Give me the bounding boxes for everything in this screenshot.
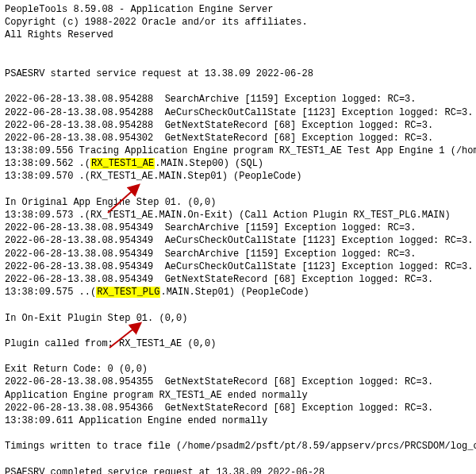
- started-line: PSAESRV started service request at 13.38…: [5, 67, 476, 80]
- log-line: 2022-06-28-13.38.08.954349 SearchArchive…: [5, 222, 476, 234]
- log-line: 2022-06-28-13.38.08.954349 AeCursCheckOu…: [5, 234, 476, 247]
- completed-line: PSAESRV completed service request at 13.…: [5, 466, 476, 474]
- hl2-span: RX_TEST_PLG: [96, 287, 160, 298]
- log-line: 13:38:09.611 Application Engine ended no…: [5, 414, 476, 427]
- log-line: Application Engine program RX_TEST1_AE e…: [5, 389, 476, 402]
- header-copyright: Copyright (c) 1988-2022 Oracle and/or it…: [5, 16, 476, 29]
- hl1-suffix: .MAIN.Step00) (SQL): [155, 158, 263, 169]
- log-line: 13:38:09.556 Tracing Application Engine …: [5, 145, 476, 157]
- log-line: 13:38:09.570 .(RX_TEST1_AE.MAIN.Step01) …: [5, 170, 476, 183]
- log-line: 2022-06-28-13.38.08.954288 AeCursCheckOu…: [5, 106, 476, 119]
- log-line: 2022-06-28-13.38.08.954349 SearchArchive…: [5, 248, 476, 260]
- onexit-line: In On-Exit Plugin Step 01. (0,0): [5, 312, 476, 325]
- log-line: 2022-06-28-13.38.08.954288 GetNextStateR…: [5, 119, 476, 132]
- log-line: 2022-06-28-13.38.08.954302 GetNextStateR…: [5, 132, 476, 145]
- log-line: 2022-06-28-13.38.08.954288 SearchArchive…: [5, 93, 476, 106]
- hl1-span: RX_TEST1_AE: [90, 158, 155, 169]
- log-line: 2022-06-28-13.38.08.954366 GetNextStateR…: [5, 402, 476, 414]
- log-line: 13:38:09.573 .(RX_TEST1_AE.MAIN.On-Exit)…: [5, 209, 476, 222]
- log-output: PeopleTools 8.59.08 - Application Engine…: [0, 0, 476, 474]
- called-from-line: Plugin called from: RX_TEST1_AE (0,0): [5, 337, 476, 350]
- timings-line: Timings written to trace file (/home/psa…: [5, 440, 476, 453]
- hl2-prefix: 13:38:09.575 ..(: [5, 287, 96, 298]
- header-rights: All Rights Reserved: [5, 29, 476, 41]
- hl1-prefix: 13:38:09.562 .(: [5, 158, 90, 169]
- hl2-suffix: .MAIN.Step01) (PeopleCode): [160, 287, 309, 298]
- log-line: 2022-06-28-13.38.08.954349 AeCursCheckOu…: [5, 260, 476, 273]
- highlighted-line-1: 13:38:09.562 .(RX_TEST1_AE.MAIN.Step00) …: [5, 157, 476, 170]
- log-line: 2022-06-28-13.38.08.954355 GetNextStateR…: [5, 376, 476, 388]
- highlighted-line-2: 13:38:09.575 ..(RX_TEST_PLG.MAIN.Step01)…: [5, 286, 476, 299]
- exit-code-line: Exit Return Code: 0 (0,0): [5, 363, 476, 376]
- log-line: 2022-06-28-13.38.08.954349 GetNextStateR…: [5, 273, 476, 286]
- header-title: PeopleTools 8.59.08 - Application Engine…: [5, 3, 476, 16]
- orig-step-line: In Original App Engine Step 01. (0,0): [5, 196, 476, 209]
